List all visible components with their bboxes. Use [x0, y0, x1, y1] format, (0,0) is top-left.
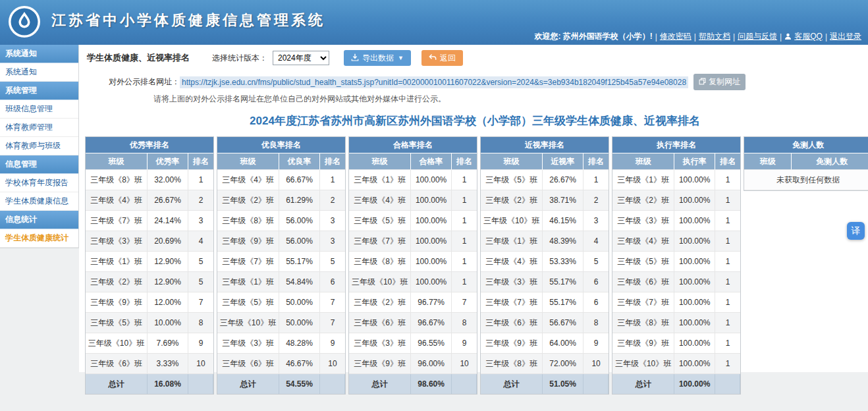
- table-row: 三年级《1》班48.39%4: [481, 231, 609, 252]
- table-row: 三年级《2》班96.77%7: [349, 292, 477, 313]
- table-cell: 三年级《8》班: [217, 211, 279, 231]
- table-cell: 4: [188, 231, 213, 252]
- table-row: 三年级《7》班100.00%1: [349, 231, 477, 252]
- download-icon: [351, 53, 359, 63]
- table-row: 三年级《9》班56.00%3: [217, 231, 345, 252]
- table-cell: 12.00%: [148, 292, 188, 313]
- table-cell: 4: [583, 231, 609, 252]
- table-cell: 96.55%: [411, 333, 452, 354]
- translate-float-button[interactable]: 译: [847, 222, 865, 240]
- table-row: 三年级《7》班100.00%1: [612, 292, 740, 313]
- table-column-header-row: 班级优秀率排名: [86, 153, 213, 170]
- table-cell: 100.00%: [411, 190, 452, 211]
- table-cell: 46.67%: [279, 354, 320, 374]
- header-link-3[interactable]: 问题与反馈: [738, 31, 777, 42]
- table-row: 三年级《6》班56.67%8: [481, 313, 609, 333]
- public-url-label: 对外公示排名网址：: [109, 76, 180, 88]
- link-separator: |: [780, 32, 782, 41]
- toolbar: 学生体质健康、近视率排名 选择统计版本： 2024年度 导出数据 ▼ 返回: [79, 45, 868, 66]
- table-cell: 8: [583, 313, 609, 333]
- table-cell: 三年级《1》班: [612, 170, 674, 190]
- copy-url-button[interactable]: 复制网址: [693, 74, 746, 90]
- table-cell: 2: [188, 190, 213, 211]
- table-title: 执行率排名: [612, 137, 740, 153]
- table-row: 三年级《3》班55.17%6: [481, 272, 609, 292]
- sidebar-item[interactable]: 体育教师与班级: [0, 137, 78, 155]
- table-cell: 12.90%: [148, 272, 188, 292]
- table-cell: 三年级《10》班: [86, 333, 148, 354]
- header-link-2[interactable]: 帮助文档: [699, 31, 730, 42]
- sidebar-section-header: 系统通知: [0, 45, 78, 63]
- table-cell: 三年级《6》班: [217, 354, 279, 374]
- table-cell: 三年级《4》班: [86, 190, 148, 211]
- table-cell: 20.69%: [148, 231, 188, 252]
- column-header: 近视率: [543, 153, 583, 170]
- table-cell: 10.00%: [148, 313, 188, 333]
- version-select[interactable]: 2024年度: [273, 51, 329, 65]
- table-row: 三年级《6》班96.67%8: [349, 313, 477, 333]
- sidebar-item[interactable]: 系统通知: [0, 63, 78, 82]
- app-header: 江苏省中小学体质健康信息管理系统 欢迎您: 苏州外国语学校（小学）!|修改密码|…: [0, 0, 868, 45]
- table-cell: 三年级《7》班: [481, 292, 543, 313]
- table-cell: 三年级《2》班: [481, 190, 543, 211]
- table-cell: 1: [452, 170, 477, 190]
- table-cell: 1: [452, 211, 477, 231]
- total-cell: [188, 374, 213, 394]
- table-cell: 三年级《3》班: [349, 333, 411, 354]
- table-row: 三年级《4》班26.67%2: [86, 190, 213, 211]
- total-cell: 100.00%: [674, 374, 715, 394]
- table-total-row: 总计51.05%: [481, 374, 609, 394]
- main-content: 学生体质健康、近视率排名 选择统计版本： 2024年度 导出数据 ▼ 返回 对外…: [79, 45, 868, 372]
- table-cell: 61.29%: [279, 190, 320, 211]
- sidebar-item[interactable]: 学生体质健康统计: [0, 229, 78, 248]
- table-row: 三年级《1》班100.00%1: [612, 170, 740, 190]
- table-cell: 三年级《10》班: [612, 354, 674, 374]
- table-title-row: 执行率排名: [612, 137, 740, 153]
- table-cell: 7: [320, 292, 345, 313]
- column-header: 排名: [188, 153, 213, 170]
- header-link-1[interactable]: 修改密码: [660, 31, 692, 42]
- table-cell: 66.67%: [279, 170, 320, 190]
- table-cell: 三年级《5》班: [217, 292, 279, 313]
- table-cell: 1: [715, 170, 740, 190]
- table-cell: 1: [320, 170, 345, 190]
- sidebar-item[interactable]: 学校体育年度报告: [0, 174, 78, 192]
- table-cell: 100.00%: [674, 252, 715, 272]
- table-cell: 96.77%: [411, 292, 452, 313]
- table-cell: 5: [583, 252, 609, 272]
- table-cell: 三年级《5》班: [349, 211, 411, 231]
- sidebar-section-header: 信息统计: [0, 211, 78, 229]
- total-cell: 98.60%: [411, 374, 452, 394]
- table-cell: 53.33%: [543, 252, 583, 272]
- table-row: 三年级《7》班55.17%6: [481, 292, 609, 313]
- column-header: 班级: [744, 153, 792, 170]
- table-cell: 7: [188, 292, 213, 313]
- table-row: 三年级《6》班46.67%10: [217, 354, 345, 374]
- table-row: 三年级《10》班100.00%1: [349, 272, 477, 292]
- table-cell: 50.00%: [279, 292, 320, 313]
- sidebar-item[interactable]: 学生体质健康信息: [0, 192, 78, 211]
- table-cell: 100.00%: [411, 272, 452, 292]
- table-cell: 1: [715, 231, 740, 252]
- table-cell: 三年级《7》班: [86, 211, 148, 231]
- column-header: 排名: [452, 153, 477, 170]
- table-cell: 三年级《3》班: [217, 333, 279, 354]
- back-button[interactable]: 返回: [421, 50, 463, 66]
- total-cell: [452, 374, 477, 394]
- sidebar-item[interactable]: 班级信息管理: [0, 100, 78, 119]
- welcome-text: 欢迎您: 苏州外国语学校（小学）!: [534, 31, 652, 42]
- column-header: 免测人数: [792, 153, 868, 170]
- total-cell: 16.08%: [148, 374, 188, 394]
- link-separator: |: [694, 32, 696, 41]
- header-link-4[interactable]: 客服QQ: [794, 31, 823, 42]
- table-row: 三年级《8》班100.00%1: [612, 313, 740, 333]
- public-url-link[interactable]: https://tzjk.jse.edu.cn/fms/public/stud_…: [180, 76, 688, 88]
- table-cell: 48.39%: [543, 231, 583, 252]
- table-row: 三年级《7》班24.14%3: [86, 211, 213, 231]
- sidebar-item[interactable]: 体育教师管理: [0, 119, 78, 137]
- table-cell: 三年级《8》班: [481, 354, 543, 374]
- header-link-5[interactable]: 退出登录: [830, 31, 861, 42]
- total-cell: 总计: [86, 374, 148, 394]
- export-data-button[interactable]: 导出数据 ▼: [344, 50, 411, 66]
- report-title: 2024年度江苏省苏州市高新区苏州外国语学校（小学部）三年级学生体质健康、近视率…: [85, 113, 865, 128]
